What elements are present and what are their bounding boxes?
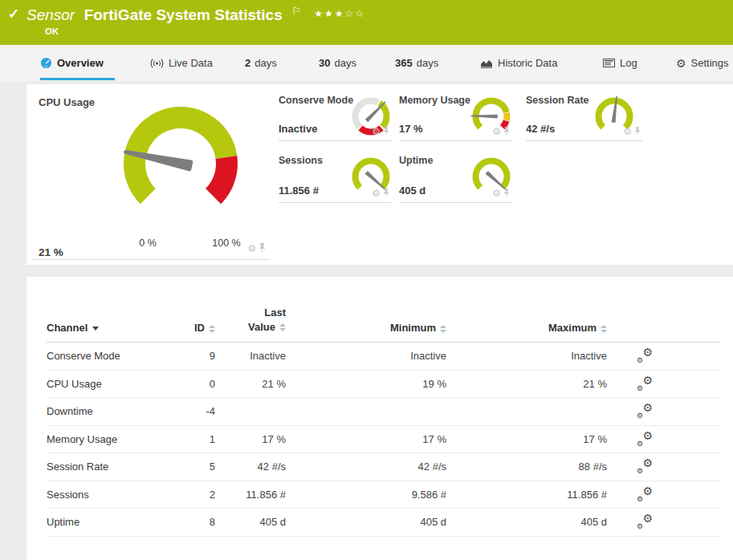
- tab-historic-data[interactable]: Historic Data: [480, 45, 557, 81]
- table-header-row: Channel ID LastValue Minimum Maximum: [47, 306, 721, 343]
- sort-icon: [279, 323, 286, 331]
- table-row[interactable]: Conserve Mode 9 Inactive Inactive Inacti…: [47, 343, 721, 371]
- tab-number: 2: [245, 57, 250, 69]
- gauge-tile-sessions[interactable]: Sessions 11.856 # ⚙: [279, 148, 391, 203]
- tab-overview[interactable]: Overview: [40, 45, 104, 81]
- tab-bar: OverviewLive Data2days30days365daysHisto…: [0, 45, 733, 81]
- edit-channel-gears-icon[interactable]: ⚙⚙: [637, 404, 653, 418]
- rating-stars-icon[interactable]: ★★★☆☆: [314, 8, 365, 19]
- channel-name: Downtime: [47, 405, 175, 417]
- gauge-tile-value: 405 d: [399, 185, 426, 197]
- channel-id: 2: [175, 489, 215, 501]
- table-row[interactable]: Uptime 8 405 d 405 d 405 d ⚙⚙: [47, 509, 721, 537]
- table-row[interactable]: Sessions 2 11.856 # 9.586 # 11.856 # ⚙⚙: [47, 481, 721, 509]
- gauge-scale-max: 100 %: [202, 237, 250, 249]
- tab-log[interactable]: Log: [603, 45, 637, 81]
- gauge-tile-session-rate[interactable]: Session Rate 42 #/s ⚙: [526, 88, 642, 141]
- gauge-tile-value: Inactive: [279, 123, 317, 135]
- channel-maximum: 21 %: [446, 378, 607, 390]
- channel-last-value: 42 #/s: [215, 461, 286, 473]
- tab-number: 30: [319, 57, 330, 69]
- tab-live-data[interactable]: Live Data: [150, 45, 213, 81]
- edit-channel-gears-icon[interactable]: ⚙⚙: [637, 488, 653, 501]
- column-header-minimum[interactable]: Minimum: [286, 322, 446, 334]
- gauges-panel: CPU Usage 0 % 100 % 21 % ⚙ Conserve Mode…: [26, 84, 733, 265]
- primary-gauge-tile[interactable]: CPU Usage 0 % 100 % 21 % ⚙: [32, 88, 271, 260]
- channel-minimum: 42 #/s: [286, 461, 446, 473]
- column-header-maximum[interactable]: Maximum: [446, 322, 607, 334]
- cpu-gauge-dial: [108, 101, 253, 221]
- gauge-icon: [40, 57, 52, 69]
- gauge-tile-title: Conserve Mode: [279, 95, 353, 106]
- channel-name: Uptime: [47, 516, 175, 528]
- log-icon: [603, 59, 615, 67]
- gear-icon[interactable]: ⚙: [372, 189, 381, 198]
- channel-last-value: Inactive: [215, 350, 286, 362]
- edit-channel-gears-icon[interactable]: ⚙⚙: [637, 377, 653, 391]
- table-row[interactable]: Downtime -4 ⚙⚙: [47, 398, 721, 426]
- gauge-tile-title: Memory Usage: [399, 95, 470, 106]
- tab-label: days: [255, 57, 276, 69]
- tab-365-days[interactable]: 365days: [395, 45, 438, 81]
- tab-label: Historic Data: [498, 57, 557, 69]
- priority-flag-icon[interactable]: ⚐: [291, 5, 301, 17]
- channel-name: Sessions: [47, 489, 175, 501]
- gauge-tile-value: 11.856 #: [279, 185, 319, 197]
- column-header-last-value[interactable]: LastValue: [215, 306, 286, 334]
- pin-icon[interactable]: [503, 186, 510, 201]
- primary-gauge-title: CPU Usage: [39, 96, 95, 108]
- gear-icon[interactable]: ⚙: [492, 189, 501, 198]
- channel-name: Session Rate: [47, 461, 175, 473]
- channel-id: 8: [175, 516, 215, 528]
- gauge-tile-conserve-mode[interactable]: Conserve Mode Inactive ⚙: [279, 88, 391, 141]
- chart-icon: [480, 59, 493, 68]
- channel-minimum: 405 d: [286, 516, 446, 528]
- gauge-tile-memory-usage[interactable]: Memory Usage 17 % ⚙: [399, 88, 511, 141]
- edit-channel-gears-icon[interactable]: ⚙⚙: [637, 349, 653, 363]
- edit-channel-gears-icon[interactable]: ⚙⚙: [637, 460, 653, 473]
- pin-icon[interactable]: [634, 124, 641, 139]
- tab-label: Overview: [57, 57, 104, 69]
- edit-channel-gears-icon[interactable]: ⚙⚙: [637, 432, 653, 446]
- channel-id: -4: [175, 405, 215, 417]
- tab-number: 365: [395, 57, 413, 69]
- sensor-header: ✓ Sensor FortiGate System Statistics ⚐ ★…: [0, 0, 733, 45]
- tab-settings[interactable]: ⚙Settings: [676, 45, 729, 81]
- column-header-channel[interactable]: Channel: [47, 322, 175, 334]
- channel-name: CPU Usage: [47, 378, 175, 390]
- table-row[interactable]: Memory Usage 1 17 % 17 % 17 % ⚙⚙: [47, 426, 721, 454]
- pin-icon[interactable]: [383, 124, 389, 139]
- gauge-tile-title: Sessions: [279, 155, 323, 166]
- gear-icon: ⚙: [676, 58, 686, 69]
- pin-icon[interactable]: [383, 186, 389, 201]
- gauge-tile-uptime[interactable]: Uptime 405 d ⚙: [399, 148, 511, 203]
- pin-icon[interactable]: [259, 241, 266, 256]
- gauge-tile-title: Session Rate: [526, 95, 589, 106]
- tab-30-days[interactable]: 30days: [319, 45, 356, 81]
- column-header-id[interactable]: ID: [175, 322, 215, 334]
- channel-minimum: 19 %: [286, 378, 446, 390]
- channel-last-value: 405 d: [215, 516, 286, 528]
- tab-label: days: [334, 57, 356, 69]
- gear-icon[interactable]: ⚙: [247, 244, 256, 254]
- sensor-overview-page: ✓ Sensor FortiGate System Statistics ⚐ ★…: [0, 0, 733, 560]
- table-body: Conserve Mode 9 Inactive Inactive Inacti…: [47, 343, 721, 537]
- channel-maximum: 17 %: [446, 433, 607, 445]
- edit-channel-gears-icon[interactable]: ⚙⚙: [637, 515, 653, 529]
- gear-icon[interactable]: ⚙: [372, 127, 381, 136]
- status-ok-check-icon: ✓: [8, 6, 19, 22]
- channel-maximum: 11.856 #: [446, 489, 607, 501]
- tab-label: Live Data: [169, 57, 213, 69]
- table-row[interactable]: Session Rate 5 42 #/s 42 #/s 88 #/s ⚙⚙: [47, 453, 721, 481]
- status-badge: OK: [45, 26, 59, 36]
- table-row[interactable]: CPU Usage 0 21 % 19 % 21 % ⚙⚙: [47, 371, 721, 399]
- gauge-tile-value: 17 %: [399, 123, 423, 135]
- channel-id: 5: [175, 461, 215, 473]
- gear-icon[interactable]: ⚙: [492, 127, 501, 136]
- primary-gauge-value: 21 %: [39, 246, 63, 258]
- channel-id: 0: [175, 378, 215, 390]
- gear-icon[interactable]: ⚙: [623, 127, 632, 136]
- tab-2-days[interactable]: 2days: [245, 45, 277, 81]
- pin-icon[interactable]: [503, 124, 510, 139]
- channel-minimum: 17 %: [286, 433, 446, 445]
